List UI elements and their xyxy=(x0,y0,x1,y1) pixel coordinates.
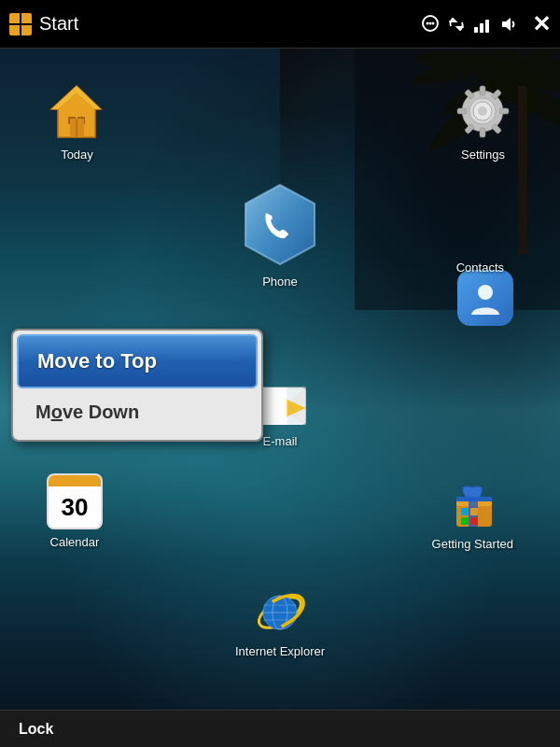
svg-rect-52 xyxy=(470,508,478,515)
row-1: Today xyxy=(0,63,560,180)
windows-logo xyxy=(9,13,32,35)
close-button[interactable]: ✕ xyxy=(532,11,551,37)
svg-rect-17 xyxy=(485,20,489,33)
message-icon xyxy=(420,14,441,35)
svg-rect-16 xyxy=(480,23,483,33)
svg-point-11 xyxy=(432,21,435,24)
svg-rect-53 xyxy=(461,517,469,525)
svg-rect-51 xyxy=(461,508,469,515)
signal-icon xyxy=(472,14,493,35)
settings-label: Settings xyxy=(461,148,505,162)
app-ie[interactable]: Internet Explorer xyxy=(235,585,325,658)
header-left: Start xyxy=(9,13,420,35)
app-phone[interactable]: Phone xyxy=(229,171,331,298)
svg-point-10 xyxy=(429,21,432,24)
svg-rect-30 xyxy=(480,128,485,137)
today-label: Today xyxy=(61,148,93,162)
header-title: Start xyxy=(39,13,78,35)
main-content: Today xyxy=(0,49,560,710)
ie-label: Internet Explorer xyxy=(235,644,325,658)
email-label: E-mail xyxy=(263,434,298,448)
calendar-header xyxy=(49,475,101,486)
phone-label: Phone xyxy=(262,275,298,289)
svg-rect-32 xyxy=(499,108,509,114)
win-q3 xyxy=(9,25,20,35)
lock-label: Lock xyxy=(19,721,53,738)
content-rows: Today xyxy=(0,49,560,335)
svg-rect-15 xyxy=(474,27,478,33)
win-q2 xyxy=(21,13,32,23)
move-to-top-button[interactable]: Move to Top xyxy=(17,334,258,388)
calendar-icon: 30 xyxy=(47,473,103,529)
app-today[interactable]: Today xyxy=(37,72,117,171)
row-calendar-gs: 30 Calendar Getting Started xyxy=(0,461,560,560)
svg-point-9 xyxy=(427,21,429,24)
getting-started-icon xyxy=(442,471,503,531)
getting-started-label: Getting Started xyxy=(432,537,513,551)
contacts-icon-svg xyxy=(467,279,504,317)
today-icon xyxy=(47,81,107,142)
win-q1 xyxy=(9,13,20,23)
ie-icon xyxy=(249,585,310,641)
move-to-top-label: Move to Top xyxy=(37,349,157,373)
sync-icon xyxy=(446,14,467,35)
app-getting-started[interactable]: Getting Started xyxy=(423,461,523,560)
move-down-button[interactable]: Move Down xyxy=(17,388,258,436)
svg-rect-54 xyxy=(470,517,478,525)
contacts-label-text: Contacts xyxy=(456,261,504,275)
settings-icon xyxy=(453,81,513,142)
app-calendar[interactable]: 30 Calendar xyxy=(37,461,112,560)
contacts-label-overlay: Contacts xyxy=(456,259,504,275)
svg-marker-18 xyxy=(502,18,511,31)
move-down-label: Move Down xyxy=(35,402,139,422)
context-menu: Move to Top Move Down xyxy=(11,329,263,442)
svg-rect-29 xyxy=(480,86,485,95)
header-icons: ✕ xyxy=(420,11,551,37)
calendar-date: 30 xyxy=(49,486,101,529)
move-down-underline: o xyxy=(51,402,63,422)
lock-bar[interactable]: Lock xyxy=(0,710,560,747)
volume-icon xyxy=(498,14,519,35)
contacts-icon xyxy=(457,270,513,326)
header: Start ✕ xyxy=(0,0,560,49)
svg-marker-39 xyxy=(245,185,315,264)
svg-rect-31 xyxy=(457,108,467,114)
calendar-label: Calendar xyxy=(50,535,100,549)
svg-point-40 xyxy=(478,285,493,300)
app-settings[interactable]: Settings xyxy=(443,72,523,171)
svg-point-38 xyxy=(478,106,487,116)
phone-icon xyxy=(238,180,322,269)
win-q4 xyxy=(21,25,32,35)
